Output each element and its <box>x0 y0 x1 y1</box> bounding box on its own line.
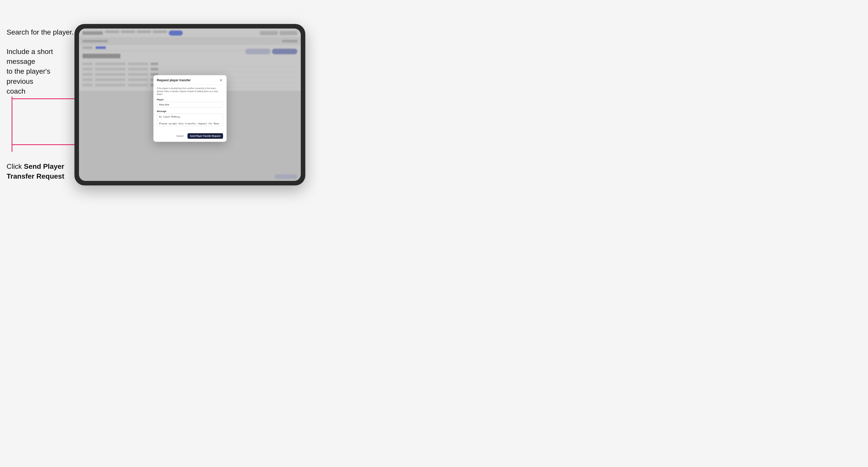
transfer-request-modal: Request player transfer ✕ If the player … <box>153 75 226 142</box>
player-field: Player <box>157 98 223 107</box>
send-transfer-request-button[interactable]: Send Player Transfer Request <box>187 133 223 139</box>
message-field: Message Hi Coach McHarg, Please accept t… <box>157 110 223 127</box>
message-textarea[interactable]: Hi Coach McHarg, Please accept this tran… <box>157 114 223 126</box>
tablet-device: Request player transfer ✕ If the player … <box>74 24 305 185</box>
message-label: Message <box>157 110 223 113</box>
arrow-line-vertical-1 <box>11 97 12 150</box>
tablet-screen: Request player transfer ✕ If the player … <box>79 29 301 181</box>
modal-header: Request player transfer ✕ <box>153 75 226 85</box>
modal-footer: Cancel Send Player Transfer Request <box>153 133 226 142</box>
modal-body: If the player is transferring from anoth… <box>153 85 226 133</box>
modal-title: Request player transfer <box>157 79 191 82</box>
modal-close-button[interactable]: ✕ <box>219 78 223 82</box>
player-label: Player <box>157 98 223 101</box>
modal-overlay: Request player transfer ✕ If the player … <box>79 29 301 181</box>
annotation-search: Search for the player. <box>6 27 74 37</box>
arrow-line-vertical-2 <box>11 144 12 152</box>
cancel-button[interactable]: Cancel <box>174 133 185 138</box>
modal-description: If the player is transferring from anoth… <box>157 87 223 96</box>
player-input[interactable] <box>157 102 223 107</box>
annotation-message: Include a short messageto the player's p… <box>6 47 72 96</box>
annotation-click: Click Send Player Transfer Request <box>6 161 72 181</box>
